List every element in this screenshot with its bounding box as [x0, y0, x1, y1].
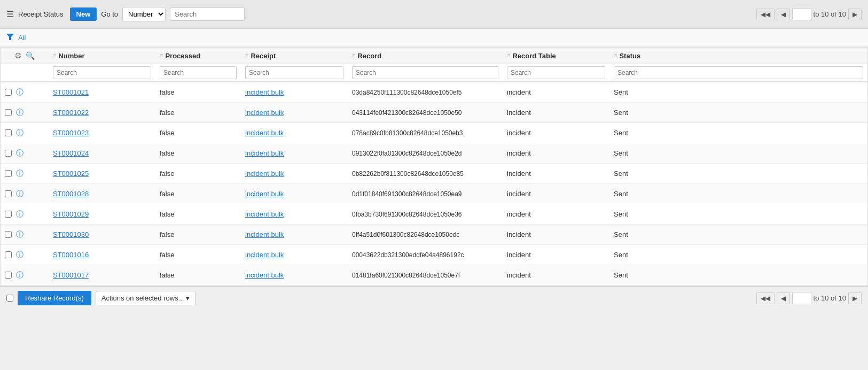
- info-icon[interactable]: ⓘ: [16, 108, 24, 118]
- row-checkbox[interactable]: [5, 170, 12, 177]
- filter-all-link[interactable]: All: [18, 34, 26, 42]
- cell-record: 0d1f01840f691300c82648dce1050ea9: [348, 187, 503, 201]
- prev-page-button[interactable]: ◀: [777, 9, 790, 20]
- search-cell-processed: [155, 64, 241, 81]
- page-input-top[interactable]: 1: [792, 8, 811, 20]
- cell-receipt: incident.bulk: [241, 126, 348, 140]
- first-page-button-bottom[interactable]: ◀◀: [756, 292, 775, 304]
- menu-icon[interactable]: ☰: [6, 9, 14, 19]
- receipt-link[interactable]: incident.bulk: [245, 129, 284, 137]
- col-header-record-table: ≡ Record Table: [503, 52, 609, 60]
- receipt-link[interactable]: incident.bulk: [245, 190, 284, 198]
- cell-number: ST0001017: [49, 268, 155, 282]
- row-checkbox[interactable]: [5, 272, 12, 279]
- row-check-area: ⓘ: [1, 250, 49, 260]
- receipt-link[interactable]: incident.bulk: [245, 271, 284, 279]
- settings-icon[interactable]: ⚙: [14, 51, 21, 60]
- number-link[interactable]: ST0001022: [53, 109, 89, 117]
- row-check-area: ⓘ: [1, 108, 49, 118]
- info-icon[interactable]: ⓘ: [16, 169, 24, 179]
- receipt-link[interactable]: incident.bulk: [245, 169, 284, 178]
- number-link[interactable]: ST0001025: [53, 169, 89, 178]
- receipt-link[interactable]: incident.bulk: [245, 210, 284, 218]
- search-input-number[interactable]: [53, 66, 151, 79]
- table-row: ⓘ ST0001024 false incident.bulk 0913022f…: [1, 143, 867, 164]
- receipt-link[interactable]: incident.bulk: [245, 230, 284, 238]
- prev-page-button-bottom[interactable]: ◀: [777, 292, 790, 304]
- table-row: ⓘ ST0001021 false incident.bulk 03da8425…: [1, 82, 867, 103]
- receipt-link[interactable]: incident.bulk: [245, 88, 284, 96]
- row-check-area: ⓘ: [1, 189, 49, 199]
- number-link[interactable]: ST0001024: [53, 149, 89, 157]
- bottom-pagination: ◀◀ ◀ 1 to 10 of 10 ▶: [756, 292, 862, 304]
- actions-button[interactable]: Actions on selected rows... ▾: [96, 291, 196, 305]
- cell-record: 043114fe0f421300c82648dce1050e50: [348, 106, 503, 120]
- search-input-record-table[interactable]: [507, 66, 605, 79]
- search-input-status[interactable]: [614, 66, 863, 79]
- reshare-button[interactable]: Reshare Record(s): [18, 291, 91, 305]
- search-input-record[interactable]: [352, 66, 498, 79]
- cell-record-table: incident: [503, 85, 609, 99]
- cell-record-table: incident: [503, 146, 609, 160]
- row-checkbox[interactable]: [5, 150, 12, 157]
- info-icon[interactable]: ⓘ: [16, 271, 24, 280]
- info-icon[interactable]: ⓘ: [16, 189, 24, 199]
- row-check-area: ⓘ: [1, 88, 49, 97]
- info-icon[interactable]: ⓘ: [16, 250, 24, 260]
- cell-status: Sent: [609, 126, 867, 140]
- toolbar-search-input[interactable]: [170, 7, 245, 21]
- col-header-number: ≡ Number: [49, 52, 155, 60]
- data-table: ⚙ 🔍 ≡ Number ≡ Processed ≡ Receipt ≡ Rec…: [0, 47, 868, 286]
- cell-receipt: incident.bulk: [241, 105, 348, 120]
- row-checkbox[interactable]: [5, 89, 12, 96]
- row-checkbox[interactable]: [5, 129, 12, 136]
- search-input-processed[interactable]: [160, 66, 237, 79]
- cell-status: Sent: [609, 268, 867, 282]
- cell-processed: false: [155, 207, 241, 221]
- row-checkbox[interactable]: [5, 251, 12, 258]
- number-link[interactable]: ST0001029: [53, 210, 89, 218]
- cell-record-table: incident: [503, 207, 609, 221]
- cell-receipt: incident.bulk: [241, 207, 348, 221]
- page-input-bottom[interactable]: 1: [792, 292, 811, 304]
- cell-status: Sent: [609, 248, 867, 262]
- number-link[interactable]: ST0001028: [53, 190, 89, 198]
- receipt-link[interactable]: incident.bulk: [245, 251, 284, 259]
- number-link[interactable]: ST0001016: [53, 251, 89, 259]
- number-link[interactable]: ST0001017: [53, 271, 89, 279]
- number-link[interactable]: ST0001030: [53, 230, 89, 238]
- info-icon[interactable]: ⓘ: [16, 128, 24, 138]
- select-all-checkbox-bottom[interactable]: [6, 295, 13, 302]
- info-icon[interactable]: ⓘ: [16, 230, 24, 240]
- info-icon[interactable]: ⓘ: [16, 210, 24, 219]
- actions-label: Actions on selected rows...: [101, 294, 184, 302]
- actions-dropdown-icon: ▾: [186, 294, 190, 302]
- number-link[interactable]: ST0001023: [53, 129, 89, 137]
- new-button[interactable]: New: [70, 7, 97, 21]
- row-checkbox[interactable]: [5, 231, 12, 238]
- receipt-link[interactable]: incident.bulk: [245, 149, 284, 157]
- col-receipt-icon: ≡: [245, 52, 248, 59]
- cell-record-table: incident: [503, 187, 609, 201]
- info-icon[interactable]: ⓘ: [16, 88, 24, 97]
- next-page-button-top[interactable]: ▶: [848, 9, 862, 20]
- goto-select[interactable]: Number: [122, 7, 166, 21]
- row-checkbox[interactable]: [5, 211, 12, 218]
- cell-processed: false: [155, 187, 241, 201]
- number-link[interactable]: ST0001021: [53, 88, 89, 96]
- next-page-button-bottom[interactable]: ▶: [848, 292, 862, 304]
- cell-record: 0fba3b730f691300c82648dce1050e36: [348, 207, 503, 221]
- row-checkbox[interactable]: [5, 109, 12, 116]
- receipt-link[interactable]: incident.bulk: [245, 109, 284, 117]
- table-row: ⓘ ST0001025 false incident.bulk 0b82262b…: [1, 164, 867, 184]
- first-page-button[interactable]: ◀◀: [756, 9, 775, 20]
- row-check-area: ⓘ: [1, 169, 49, 179]
- search-input-receipt[interactable]: [245, 66, 343, 79]
- column-search-icon[interactable]: 🔍: [26, 51, 35, 60]
- info-icon[interactable]: ⓘ: [16, 149, 24, 158]
- row-checkbox[interactable]: [5, 190, 12, 197]
- cell-receipt: incident.bulk: [241, 227, 348, 242]
- cell-status: Sent: [609, 146, 867, 160]
- cell-record: 078ac89c0fb81300c82648dce1050eb3: [348, 126, 503, 140]
- row-check-area: ⓘ: [1, 149, 49, 158]
